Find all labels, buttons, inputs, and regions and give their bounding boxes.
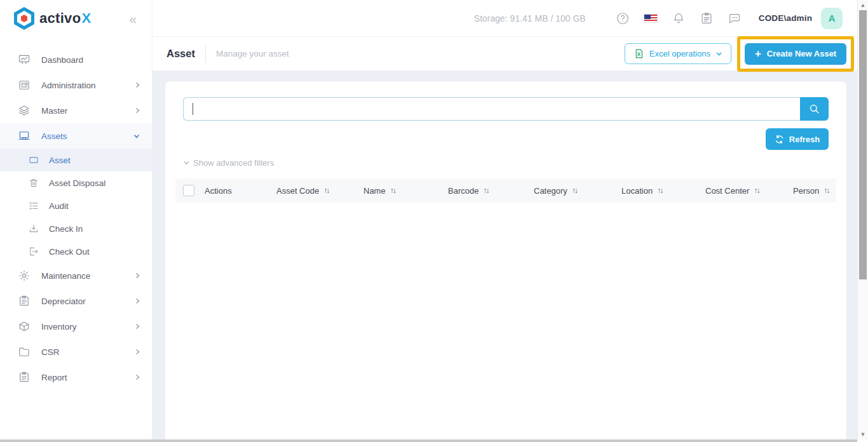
sidebar-item-check-out[interactable]: Check Out (0, 240, 152, 263)
scrollbar-thumb[interactable] (859, 10, 867, 279)
sort-icon[interactable]: ↑↓ (323, 186, 329, 195)
column-header-category: Category↑↓ (534, 186, 621, 196)
vertical-scrollbar[interactable]: ▲ ▼ (857, 0, 868, 439)
chevron-down-icon (183, 159, 190, 166)
sort-icon[interactable]: ↑↓ (657, 186, 662, 195)
show-advanced-filters-link[interactable]: Show advanced filters (183, 158, 274, 168)
chevron-down-icon (133, 133, 140, 139)
sidebar-item-master[interactable]: Master (0, 98, 152, 123)
excel-operations-button[interactable]: Excel operations (625, 43, 731, 64)
logo-row: activo X « (0, 0, 152, 37)
news-icon[interactable] (700, 11, 714, 25)
search-button[interactable] (800, 97, 829, 121)
sidebar-item-label: Check Out (49, 247, 90, 257)
content-area: Refresh Show advanced filters Actions (153, 70, 859, 439)
check-in-icon (28, 223, 39, 234)
column-header-person: Person↑↓ (793, 186, 829, 196)
activox-logo-icon (13, 6, 36, 30)
asset-list-card: Refresh Show advanced filters Actions (165, 81, 846, 439)
excel-file-icon (634, 48, 644, 59)
gear-icon (18, 269, 31, 282)
select-all-cell (183, 185, 205, 196)
text-caret (193, 103, 193, 115)
page-title: Asset (166, 48, 195, 60)
devices-icon (18, 130, 31, 142)
chevron-down-icon (715, 51, 722, 57)
sidebar-item-check-in[interactable]: Check In (0, 217, 152, 240)
sidebar-item-depreciator[interactable]: Depreciator (0, 288, 152, 314)
sort-icon[interactable]: ↑↓ (390, 186, 395, 195)
chevron-right-icon (135, 107, 140, 114)
chevron-right-icon (135, 348, 140, 356)
sidebar-item-assets[interactable]: Assets (0, 123, 152, 149)
search-icon (808, 103, 820, 115)
folder-icon (18, 345, 31, 358)
package-icon (18, 320, 31, 333)
checklist-icon (28, 200, 39, 211)
chat-icon[interactable] (728, 11, 742, 25)
sidebar-item-inventory[interactable]: Inventory (0, 314, 152, 339)
table-header-row: Actions Asset Code↑↓ Name↑↓ Barcode↑↓ Ca… (175, 178, 836, 203)
search-input[interactable] (183, 97, 800, 121)
main-area: Storage: 91.41 MB / 100 GB CODE\admin A … (153, 0, 859, 439)
clipboard-icon (18, 295, 31, 307)
select-all-checkbox[interactable] (183, 185, 194, 196)
column-header-asset-code: Asset Code↑↓ (276, 186, 363, 196)
sidebar-collapse-icon[interactable]: « (129, 12, 142, 25)
sidebar-item-administration[interactable]: Administration (0, 72, 152, 98)
language-flag-icon[interactable] (644, 14, 658, 23)
scroll-up-arrow[interactable]: ▲ (858, 2, 868, 8)
plus-icon: + (755, 48, 761, 59)
help-icon[interactable] (616, 11, 630, 25)
sidebar-item-dashboard[interactable]: Dashboard (0, 47, 152, 72)
title-divider (205, 46, 206, 62)
sidebar-item-label: Check In (49, 224, 83, 234)
sidebar-item-label: Asset (49, 156, 71, 165)
chevron-right-icon (135, 81, 140, 89)
page-header: Asset Manage your asset Excel operations… (153, 37, 859, 70)
refresh-row: Refresh (183, 128, 829, 150)
sidebar-item-maintenance[interactable]: Maintenance (0, 263, 152, 288)
sidebar-item-label: Report (41, 373, 67, 382)
column-header-cost-center: Cost Center↑↓ (705, 186, 793, 196)
topbar: Storage: 91.41 MB / 100 GB CODE\admin A (153, 0, 859, 37)
sidebar-item-label: Depreciator (41, 297, 86, 306)
sort-icon[interactable]: ↑↓ (572, 186, 577, 195)
sort-icon[interactable]: ↑↓ (754, 186, 759, 195)
sidebar-item-report[interactable]: Report (0, 365, 152, 390)
dashboard-icon (18, 53, 31, 66)
asset-icon (28, 154, 39, 166)
brand-name: activo X (39, 10, 91, 27)
sidebar-item-label: Maintenance (41, 271, 90, 281)
page-subtitle: Manage your asset (216, 49, 289, 58)
app-window: activo X « Dashboard Administration Mast… (0, 0, 857, 439)
avatar[interactable]: A (821, 8, 843, 29)
scroll-down-arrow[interactable]: ▼ (858, 431, 868, 438)
sidebar-item-asset-disposal[interactable]: Asset Disposal (0, 171, 152, 194)
chevron-right-icon (135, 323, 140, 330)
sidebar-item-label: Audit (49, 201, 69, 211)
sidebar-item-asset[interactable]: Asset (0, 149, 152, 171)
sidebar-item-label: Administration (41, 81, 96, 90)
sort-icon[interactable]: ↑↓ (824, 186, 829, 195)
sidebar-item-label: Asset Disposal (49, 178, 105, 188)
sidebar-item-csr[interactable]: CSR (0, 339, 152, 365)
search-row (183, 97, 829, 121)
sort-icon[interactable]: ↑↓ (483, 186, 488, 195)
refresh-icon (775, 135, 784, 144)
sidebar-item-label: Dashboard (41, 55, 83, 65)
bell-icon[interactable] (672, 11, 686, 25)
storage-indicator: Storage: 91.41 MB / 100 GB (474, 13, 586, 23)
sidebar-item-label: Master (41, 106, 67, 116)
sidebar-item-label: Inventory (41, 322, 77, 332)
refresh-button[interactable]: Refresh (766, 128, 829, 150)
sidebar-item-audit[interactable]: Audit (0, 194, 152, 217)
administration-icon (18, 79, 31, 91)
check-out-icon (28, 246, 39, 257)
username[interactable]: CODE\admin (759, 13, 813, 23)
sidebar: activo X « Dashboard Administration Mast… (0, 0, 153, 439)
create-new-asset-button[interactable]: + Create New Asset (745, 43, 846, 65)
chevron-right-icon (135, 373, 140, 381)
horizontal-scrollbar[interactable] (0, 439, 857, 442)
column-header-actions: Actions (205, 186, 276, 196)
